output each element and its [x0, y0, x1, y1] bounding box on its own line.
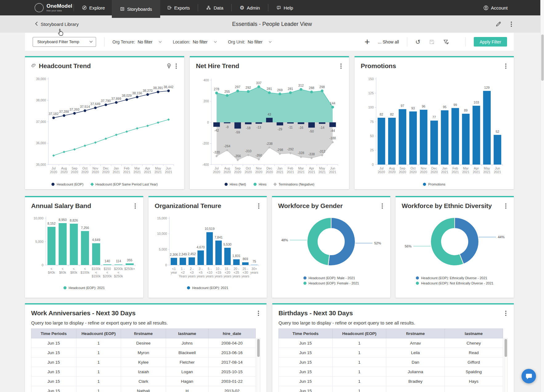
table-scrollbar[interactable] — [504, 338, 508, 392]
table-scrollbar-thumb[interactable] — [257, 339, 260, 357]
svg-text:May: May — [155, 166, 161, 170]
storyboard-menu-button[interactable] — [511, 22, 512, 27]
org-unit-filter[interactable]: Org Unit: No filter — [228, 39, 272, 44]
table-cell: 1 — [76, 338, 121, 348]
svg-text:95: 95 — [443, 105, 447, 109]
chat-launcher[interactable] — [522, 369, 536, 383]
svg-text:44%: 44% — [498, 235, 505, 239]
column-header[interactable]: firstname — [386, 329, 445, 338]
svg-text:2020: 2020 — [50, 170, 57, 174]
svg-text:Jul: Jul — [214, 166, 218, 170]
edit-storyboard-button[interactable] — [495, 21, 501, 27]
show-all-filters-link[interactable]: ... Show all — [378, 39, 399, 44]
svg-text:7,256: 7,256 — [81, 226, 89, 230]
column-header[interactable]: lastname — [445, 329, 503, 338]
work-anniversaries-table: Time PeriodsHeadcount (EOP)firstnamelast… — [31, 329, 260, 392]
apply-filter-button[interactable]: Apply Filter — [474, 37, 507, 47]
svg-text:1 -: 1 - — [181, 267, 185, 271]
legend-item: Headcount (EOP): 2021 — [63, 286, 105, 290]
legend-marker — [416, 276, 419, 280]
nav-item-storyboards[interactable]: Storyboards — [112, 0, 160, 18]
table-scrollbar-thumb[interactable] — [505, 339, 507, 357]
svg-text:Jun: Jun — [166, 166, 171, 170]
column-header[interactable]: Time Periods — [31, 329, 76, 338]
card-menu-icon[interactable] — [339, 63, 343, 69]
svg-text:144: 144 — [330, 101, 335, 105]
card-menu-icon[interactable] — [257, 203, 261, 209]
edit-filter-icon[interactable] — [443, 39, 449, 45]
filter-bar: Storyboard Filter Temp Org Tenure: No fi… — [25, 33, 514, 51]
card-menu-icon[interactable] — [380, 203, 384, 209]
insights-bulb-icon[interactable] — [166, 63, 172, 69]
svg-text:1,831: 1,831 — [232, 254, 240, 258]
svg-text:-320: -320 — [213, 150, 220, 154]
legend-marker — [63, 286, 67, 289]
table-cell — [386, 386, 445, 392]
page-scrollbar[interactable] — [540, 0, 544, 392]
filter-label: Location: — [173, 39, 190, 44]
table-cell: Blackwell — [166, 348, 208, 357]
undo-filter-icon[interactable]: ↺ — [415, 39, 420, 45]
column-header[interactable]: firstname — [121, 329, 166, 338]
svg-text:281: 281 — [288, 87, 293, 91]
legend-item: Headcount (EOP): Ethnically Diverse - 20… — [416, 276, 487, 280]
svg-text:-338: -338 — [308, 152, 315, 156]
headcount-trend-card: Headcount Trend 35,00036,00037,00038,000… — [25, 56, 184, 189]
svg-text:2021: 2021 — [452, 170, 459, 174]
nav-item-explore[interactable]: Explore — [75, 0, 112, 15]
table-cell: 1 — [76, 348, 121, 357]
table-cell: Jun 15 — [279, 348, 333, 357]
column-header[interactable]: Time Periods — [279, 329, 333, 338]
card-menu-icon[interactable] — [174, 63, 178, 69]
nav-item-admin[interactable]: ⚙ Admin — [233, 0, 267, 15]
table-scrollbar[interactable] — [257, 338, 260, 392]
table-cell: Desiree — [121, 338, 166, 348]
svg-text:75: 75 — [253, 259, 256, 263]
svg-text:2021: 2021 — [144, 170, 152, 174]
svg-text:30+: 30+ — [252, 267, 257, 271]
storyboard-filter-template-dropdown[interactable]: Storyboard Filter Temp — [33, 37, 96, 47]
birthdays-card: Birthdays - Next 30 Days Query too large… — [272, 303, 514, 392]
card-menu-icon[interactable] — [504, 310, 508, 316]
column-header[interactable]: hire_date — [209, 329, 256, 338]
svg-text:4,670: 4,670 — [197, 245, 205, 249]
add-filter-button[interactable]: + — [364, 37, 370, 47]
nav-item-help[interactable]: ? Help — [270, 0, 300, 15]
legend-marker — [90, 182, 94, 186]
svg-text:2021: 2021 — [154, 170, 162, 174]
svg-text:37,393: 37,393 — [70, 108, 79, 111]
account-menu[interactable]: Account — [477, 0, 508, 15]
card-menu-icon[interactable] — [504, 63, 508, 69]
onemodel-logo[interactable]: OneModel free your data — [35, 3, 72, 12]
table-row: Jun 151BradleyHays — [279, 377, 503, 386]
scrollbar-thumb[interactable] — [541, 35, 544, 81]
nav-item-exports[interactable]: Exports — [160, 0, 197, 15]
column-header[interactable]: lastname — [166, 329, 208, 338]
back-to-storyboard-library[interactable]: Storyboard Library — [35, 22, 79, 27]
nav-divider — [268, 4, 268, 11]
column-header[interactable]: Headcount (EOP) — [76, 329, 121, 338]
svg-text:Jul: Jul — [379, 166, 383, 170]
card-menu-icon[interactable] — [133, 203, 137, 209]
svg-text:298: 298 — [319, 85, 325, 89]
save-filter-icon[interactable] — [429, 39, 435, 45]
location-filter[interactable]: Location: No filter — [173, 39, 217, 44]
svg-text:<: < — [62, 267, 63, 271]
svg-text:<2: <2 — [181, 271, 185, 274]
svg-text:-310: -310 — [245, 149, 251, 153]
svg-text:Jun: Jun — [330, 166, 335, 170]
card-menu-icon[interactable] — [504, 203, 508, 209]
svg-text:<: < — [73, 267, 75, 271]
svg-text:2021: 2021 — [113, 170, 120, 174]
card-menu-icon[interactable] — [257, 310, 260, 316]
table-row: Jun 151JuliannaSpalding — [279, 367, 503, 377]
organizational-tenure-chart: 05,00010,00015,000<1year1 -<2Years2 -<3y… — [155, 211, 261, 282]
nav-item-data[interactable]: Data — [199, 0, 230, 15]
page-title: Essentials - People Leader View — [232, 21, 312, 27]
legend-item: Headcount (EOP): 2021 — [187, 286, 228, 290]
column-header[interactable]: Headcount (EOP) — [332, 329, 386, 338]
svg-text:2021: 2021 — [287, 170, 294, 174]
svg-text:$250k+: $250k+ — [124, 267, 135, 271]
org-tenure-filter[interactable]: Org Tenure: No filter — [112, 39, 162, 44]
svg-text:2020: 2020 — [102, 170, 110, 174]
